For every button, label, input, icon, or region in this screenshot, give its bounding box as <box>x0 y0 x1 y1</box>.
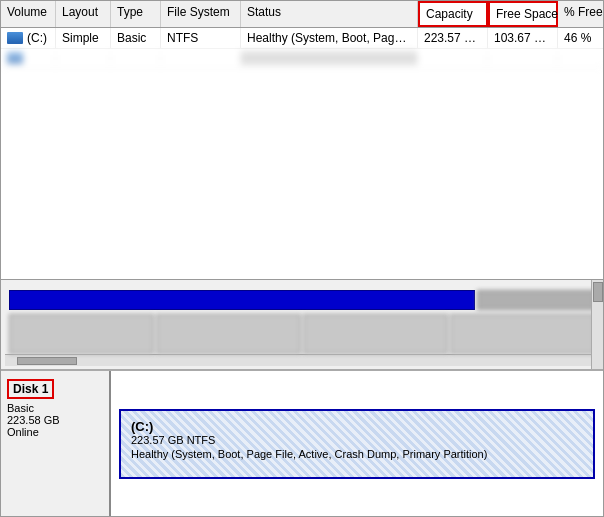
cell-type-2 <box>111 49 161 67</box>
partition-drive-label: (C:) <box>131 419 583 434</box>
drive-icon <box>7 52 23 64</box>
table-row[interactable] <box>1 49 603 68</box>
col-header-layout: Layout <box>56 1 111 27</box>
cell-filesystem-c: NTFS <box>161 28 241 48</box>
viz-bar-blue-top <box>9 290 475 310</box>
disk-detail-area: Disk 1 Basic 223.58 GB Online (C:) 223.5… <box>1 370 603 516</box>
disk-name-bordered: Disk 1 <box>7 379 54 399</box>
disk-status-info: Online <box>7 426 103 438</box>
viz-row-top <box>9 290 595 310</box>
col-header-volume: Volume <box>1 1 56 27</box>
col-header-pcfree: % Free <box>558 1 603 27</box>
scrollbar-horizontal[interactable] <box>5 354 599 366</box>
col-header-filesystem: File System <box>161 1 241 27</box>
cell-filesystem-2 <box>161 49 241 67</box>
viz-bar-gray-bottom-1 <box>9 314 154 354</box>
col-header-status: Status <box>241 1 418 27</box>
col-header-type: Type <box>111 1 161 27</box>
viz-rows <box>5 284 599 354</box>
disk-viz-area <box>1 280 603 370</box>
partition-status: Healthy (System, Boot, Page File, Active… <box>131 448 583 460</box>
disk-name: Disk 1 <box>13 382 48 396</box>
viz-bar-gray-bottom-4 <box>450 314 595 354</box>
cell-capacity-2 <box>418 49 488 67</box>
cell-volume-2 <box>1 49 56 67</box>
table-row[interactable]: (C:) Simple Basic NTFS Healthy (System, … <box>1 28 603 49</box>
cell-pcfree-c: 46 % <box>558 28 603 48</box>
cell-freespace-c: 103.67 GB <box>488 28 558 48</box>
viz-row-bottom <box>9 314 595 354</box>
disk-type-info: Basic <box>7 402 103 414</box>
viz-bar-gray-bottom-2 <box>156 314 301 354</box>
drive-icon <box>7 32 23 44</box>
cell-type-c: Basic <box>111 28 161 48</box>
cell-freespace-2 <box>488 49 558 67</box>
col-header-freespace: Free Space <box>488 1 558 27</box>
cell-layout-2 <box>56 49 111 67</box>
disk-partition-display: (C:) 223.57 GB NTFS Healthy (System, Boo… <box>111 371 603 516</box>
table-header: Volume Layout Type File System Status Ca… <box>1 1 603 28</box>
cell-status-c: Healthy (System, Boot, Page File,... <box>241 28 418 48</box>
col-header-capacity: Capacity <box>418 1 488 27</box>
disk-label-block: Disk 1 Basic 223.58 GB Online <box>1 371 111 516</box>
disk-list-panel: Volume Layout Type File System Status Ca… <box>0 0 604 280</box>
partition-block[interactable]: (C:) 223.57 GB NTFS Healthy (System, Boo… <box>119 409 595 479</box>
scrollbar-thumb-vertical[interactable] <box>593 282 603 302</box>
cell-layout-c: Simple <box>56 28 111 48</box>
viz-bar-gray-top <box>477 290 595 310</box>
disk-viz-panel: Disk 1 Basic 223.58 GB Online (C:) 223.5… <box>0 280 604 517</box>
scrollbar-thumb[interactable] <box>17 357 77 365</box>
scrollbar-vertical[interactable] <box>591 280 603 369</box>
cell-status-2 <box>241 51 418 65</box>
cell-pcfree-2 <box>558 49 603 67</box>
cell-capacity-c: 223.57 GB <box>418 28 488 48</box>
disk-size-info: 223.58 GB <box>7 414 103 426</box>
viz-bar-gray-bottom-3 <box>303 314 448 354</box>
partition-size-fs: 223.57 GB NTFS <box>131 434 583 446</box>
cell-volume-c: (C:) <box>1 28 56 48</box>
disk-management-window: Volume Layout Type File System Status Ca… <box>0 0 604 517</box>
